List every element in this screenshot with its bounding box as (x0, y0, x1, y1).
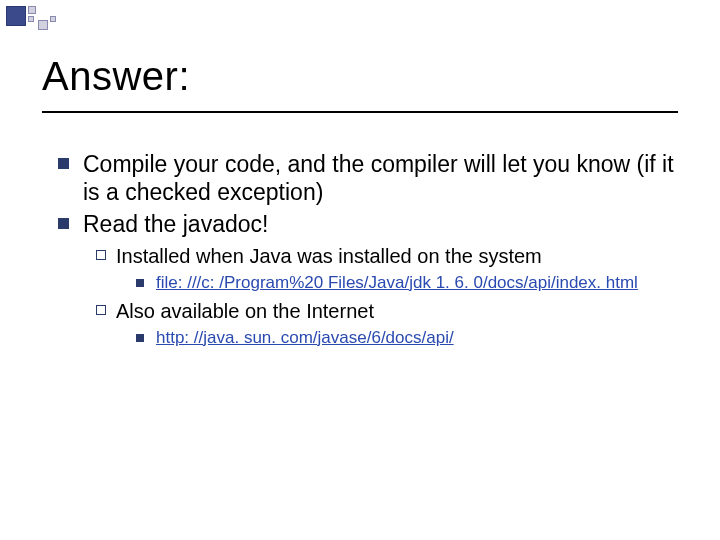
deco-square (28, 6, 36, 14)
bullet-level3: http: //java. sun. com/javase/6/docs/api… (136, 328, 684, 349)
filled-square-icon (136, 334, 144, 342)
file-link[interactable]: file: ///c: /Program%20 Files/Java/jdk 1… (156, 273, 638, 294)
filled-square-icon (58, 158, 69, 169)
bullet-text: Also available on the Internet (116, 299, 374, 323)
filled-square-icon (136, 279, 144, 287)
bullet-level1: Read the javadoc! (58, 210, 684, 238)
hollow-square-icon (96, 250, 106, 260)
bullet-level1: Compile your code, and the compiler will… (58, 150, 684, 206)
deco-square-large (6, 6, 26, 26)
deco-square (50, 16, 56, 22)
corner-decoration (6, 6, 56, 26)
bullet-text: Installed when Java was installed on the… (116, 244, 542, 268)
slide-content: Compile your code, and the compiler will… (58, 150, 684, 354)
deco-square (28, 16, 34, 22)
hollow-square-icon (96, 305, 106, 315)
bullet-level2: Installed when Java was installed on the… (96, 244, 684, 268)
bullet-text: Compile your code, and the compiler will… (83, 150, 684, 206)
filled-square-icon (58, 218, 69, 229)
web-link[interactable]: http: //java. sun. com/javase/6/docs/api… (156, 328, 454, 349)
slide: Answer: Compile your code, and the compi… (0, 0, 720, 540)
deco-column (28, 6, 36, 26)
bullet-level3: file: ///c: /Program%20 Files/Java/jdk 1… (136, 273, 684, 294)
bullet-level2: Also available on the Internet (96, 299, 684, 323)
slide-title: Answer: (42, 54, 678, 113)
deco-square (38, 20, 48, 30)
bullet-text: Read the javadoc! (83, 210, 268, 238)
